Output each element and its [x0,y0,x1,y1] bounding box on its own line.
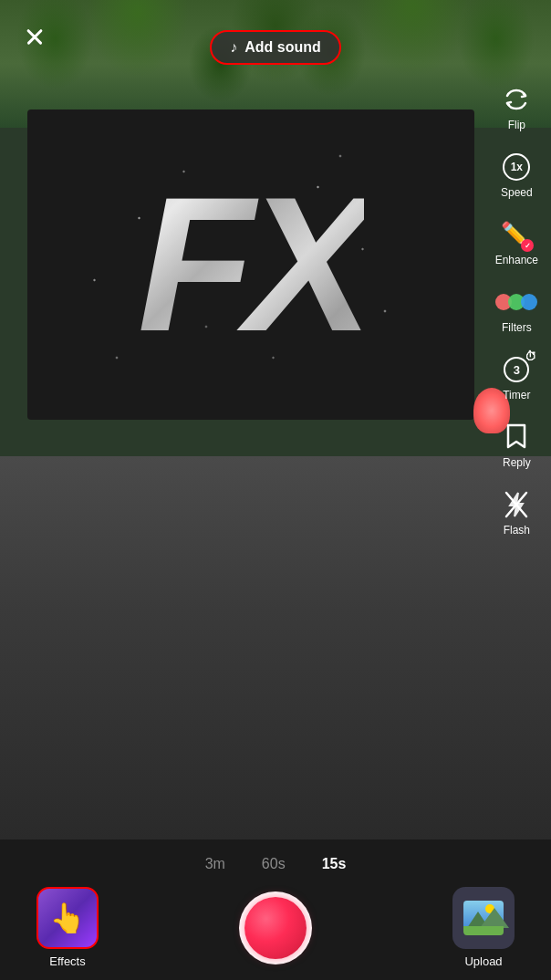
upload-mountain-2 [480,908,509,928]
timer-icon: 3 ⏱ [499,352,534,387]
flash-tool[interactable]: Flash [494,478,539,546]
flip-tool[interactable]: Flip [494,73,539,141]
timer-value: 3 [514,363,520,377]
upload-icon-box [452,887,515,949]
filters-label: Filters [502,321,532,334]
upload-inner [463,901,504,935]
reply-icon [499,420,534,454]
reply-tool[interactable]: Reply [494,411,539,478]
add-sound-button[interactable]: ♪ Add sound [210,30,341,65]
bottom-toolbar: 3m 60s 15s 👆 Effects [0,839,551,980]
upload-button[interactable]: Upload [452,887,515,968]
effects-label: Effects [49,954,86,968]
duration-15s[interactable]: 15s [322,856,347,872]
controls-row: 👆 Effects Upload [0,887,551,968]
duration-selector: 3m 60s 15s [0,839,551,880]
ground-area [0,456,551,839]
enhance-tool[interactable]: ✏️ Enhance [490,208,544,276]
flash-label: Flash [504,524,530,537]
timer-label: Timer [503,389,530,401]
top-bar: ♪ Add sound [0,0,551,78]
record-button[interactable] [239,891,312,964]
right-sidebar: Flip 1x Speed ✏️ Enhance Filters [490,73,544,546]
duration-3m[interactable]: 3m [205,856,225,872]
speed-icon: 1x [499,150,534,184]
music-icon: ♪ [230,39,237,56]
speed-tool[interactable]: 1x Speed [494,141,539,208]
camera-viewfinder: FX [0,0,551,839]
record-inner-circle [244,897,307,959]
add-sound-label: Add sound [244,39,321,56]
flip-icon [499,82,534,117]
flash-icon [499,487,534,522]
fx-light-dots [27,109,474,420]
enhance-active-badge [521,239,534,252]
filters-icon [499,285,534,319]
close-button[interactable] [18,20,51,53]
effects-icon-box: 👆 [36,887,99,949]
upload-label: Upload [464,954,502,968]
duration-60s[interactable]: 60s [262,856,286,872]
enhance-label: Enhance [495,254,538,266]
reply-label: Reply [503,456,531,469]
fx-sign: FX [27,109,474,420]
effects-icon: 👆 [49,901,86,935]
speed-value: 1x [503,153,530,181]
filters-tool[interactable]: Filters [494,276,539,343]
upload-ground [463,926,504,935]
speed-label: Speed [501,186,533,199]
effects-button[interactable]: 👆 Effects [36,887,99,968]
enhance-icon: ✏️ [499,217,534,252]
timer-tool[interactable]: 3 ⏱ Timer [494,343,539,411]
flip-label: Flip [508,119,525,131]
